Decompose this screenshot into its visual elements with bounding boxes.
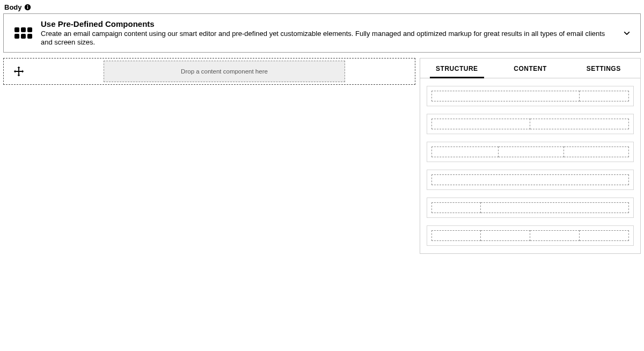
structure-row [431, 91, 629, 101]
structure-column [499, 147, 564, 157]
structure-row [431, 230, 629, 241]
structure-column [431, 202, 481, 213]
tab-content[interactable]: CONTENT [494, 58, 567, 78]
structure-column [580, 230, 629, 241]
move-handle[interactable] [4, 58, 34, 84]
structure-column [481, 230, 530, 241]
structure-list [420, 78, 640, 253]
email-canvas-row[interactable]: Drop a content component here [3, 58, 415, 85]
structure-column [530, 230, 580, 241]
section-label-text: Body [4, 3, 22, 11]
structure-column [431, 230, 481, 241]
dropzone-placeholder: Drop a content component here [181, 68, 268, 75]
structure-column [580, 91, 629, 101]
structure-column [564, 147, 629, 157]
structure-row [431, 147, 629, 157]
banner-title: Use Pre-Defined Components [41, 19, 612, 30]
content-dropzone[interactable]: Drop a content component here [104, 61, 345, 82]
panel-tabs: STRUCTURE CONTENT SETTINGS [420, 58, 640, 78]
structure-template[interactable] [427, 198, 634, 218]
tab-structure[interactable]: STRUCTURE [420, 58, 494, 78]
structure-template[interactable] [427, 114, 634, 134]
collapse-toggle[interactable] [621, 27, 633, 39]
dropzone-wrap: Drop a content component here [34, 58, 415, 84]
banner-description: Create an email campaign content using o… [41, 30, 612, 47]
banner-text: Use Pre-Defined Components Create an ema… [41, 19, 612, 47]
structure-template[interactable] [427, 142, 634, 162]
section-label: Body [3, 3, 641, 11]
structure-template[interactable] [427, 225, 634, 246]
structure-column [431, 174, 629, 185]
structure-column [481, 202, 629, 213]
structure-template[interactable] [427, 86, 634, 106]
structure-column [530, 119, 629, 129]
structure-row [431, 202, 629, 213]
svg-point-2 [27, 5, 28, 6]
structure-row [431, 174, 629, 185]
info-icon[interactable] [24, 4, 31, 11]
structure-row [431, 119, 629, 129]
svg-rect-1 [27, 6, 27, 9]
components-grid-icon [14, 27, 32, 39]
structure-template[interactable] [427, 170, 634, 190]
side-panel: STRUCTURE CONTENT SETTINGS [420, 58, 641, 254]
tab-settings[interactable]: SETTINGS [567, 58, 640, 78]
structure-column [431, 147, 499, 157]
components-banner: Use Pre-Defined Components Create an ema… [3, 13, 641, 53]
structure-column [431, 91, 580, 101]
structure-column [431, 119, 530, 129]
